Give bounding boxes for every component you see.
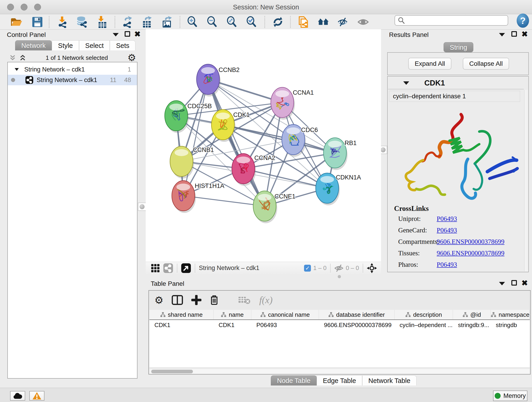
crosslink-link[interactable]: P06493 — [437, 226, 457, 234]
network-row-selected[interactable]: String Network – cdk1 11 48 — [8, 75, 137, 85]
table-panel-menu-icon[interactable] — [499, 282, 505, 285]
zoom-selected-icon[interactable] — [246, 16, 258, 28]
results-panel-menu-icon[interactable] — [499, 33, 505, 36]
crosshair-icon[interactable] — [367, 263, 377, 273]
tab-select[interactable]: Select — [79, 40, 110, 51]
gear-icon[interactable]: ⚙ — [127, 53, 136, 62]
zoom-fit-icon[interactable] — [226, 16, 238, 28]
collection-expand-icon[interactable] — [14, 67, 19, 71]
duplicate-network-icon[interactable] — [298, 16, 309, 28]
node-CCNA1[interactable] — [271, 87, 294, 118]
table-cell[interactable]: 9606.ENSP00000378699 — [319, 320, 394, 330]
collapse-all-button[interactable]: Collapse All — [463, 58, 509, 70]
table-horizontal-scrollbar[interactable] — [149, 369, 530, 374]
gene-collapse-icon[interactable] — [403, 81, 409, 85]
export-network-icon[interactable] — [121, 16, 133, 28]
network-graph[interactable]: CCNB2CCNA1CDC25BCDK1CDC6RB1CCNB1CCNA2CDK… — [146, 29, 381, 262]
table-row[interactable]: CDK1CDK1P064939606.ENSP00000378699cyclin… — [149, 320, 530, 330]
delete-column-trash-icon[interactable] — [210, 295, 219, 305]
houses-icon[interactable] — [317, 16, 329, 28]
control-panel-menu-icon[interactable] — [113, 33, 119, 36]
crosslink-link[interactable]: P06493 — [437, 261, 457, 268]
table-settings-gear-icon[interactable]: ⚙ — [154, 294, 163, 306]
birdseye-view-icon[interactable] — [181, 263, 191, 273]
show-columns-icon[interactable] — [172, 295, 183, 305]
delete-table-icon[interactable] — [238, 295, 251, 305]
column-header-shared-name[interactable]: shared name — [149, 310, 214, 319]
add-column-plus-icon[interactable] — [191, 295, 201, 305]
network-collection-row[interactable]: String Network – cdk1 1 — [8, 64, 137, 75]
node-CCNB1[interactable] — [170, 146, 193, 177]
save-session-icon[interactable] — [32, 16, 43, 28]
control-panel-close-icon[interactable]: ✖ — [134, 31, 141, 37]
tab-string[interactable]: String — [443, 42, 473, 52]
table-cell[interactable]: stringdb — [491, 320, 530, 330]
node-CDC25B[interactable] — [165, 101, 188, 131]
memory-button[interactable]: Memory — [493, 390, 527, 401]
gene-header[interactable]: CDK1 — [388, 77, 524, 89]
column-header-description[interactable]: description — [394, 310, 453, 319]
search-input[interactable] — [407, 17, 504, 24]
table-cell[interactable]: stringdb:9... — [453, 320, 491, 330]
import-network-icon[interactable] — [56, 16, 68, 28]
table-panel-close-icon[interactable]: ✖ — [521, 280, 528, 286]
share-view-icon[interactable] — [163, 263, 173, 273]
import-table-icon[interactable] — [96, 16, 108, 28]
node-HIST1H1A[interactable] — [172, 181, 195, 211]
node-CDKN1A[interactable] — [316, 173, 339, 203]
open-session-icon[interactable] — [11, 16, 22, 28]
expand-all-chevron-icon[interactable] — [19, 54, 26, 61]
left-splitter-handle[interactable] — [138, 203, 146, 211]
zoom-in-icon[interactable] — [187, 16, 198, 28]
network-canvas[interactable]: CCNB2CCNA1CDC25BCDK1CDC6RB1CCNB1CCNA2CDK… — [146, 29, 381, 262]
tab-node-table[interactable]: Node Table — [271, 375, 317, 385]
node-CCNA2[interactable] — [232, 153, 255, 184]
results-panel-float-icon[interactable] — [511, 31, 517, 37]
show-all-eye-icon[interactable] — [357, 16, 369, 28]
horizontal-splitter-handle[interactable] — [338, 275, 341, 278]
refresh-icon[interactable] — [272, 16, 284, 28]
node-CCNE1[interactable] — [253, 191, 276, 221]
warnings-button[interactable] — [29, 391, 44, 401]
table-cell[interactable]: cyclin–dependent ... — [394, 320, 453, 330]
tab-network-table[interactable]: Network Table — [362, 375, 417, 385]
tab-network[interactable]: Network — [15, 40, 52, 51]
table-cell[interactable]: P06493 — [251, 320, 319, 330]
collapse-all-chevron-icon[interactable] — [9, 54, 16, 61]
import-network-from-database-icon[interactable] — [76, 16, 88, 28]
hide-selected-eye-slash-icon[interactable] — [337, 16, 349, 28]
function-builder-icon[interactable]: f(x) — [259, 294, 272, 306]
crosslink-link[interactable]: 9606.ENSP00000378699 — [437, 238, 505, 245]
crosslink-link[interactable]: P06493 — [437, 215, 457, 223]
cloud-button[interactable] — [10, 391, 25, 401]
table-cell[interactable]: CDK1 — [149, 320, 214, 330]
edge-CCNA2-CDKN1A[interactable] — [243, 169, 327, 188]
selected-checkbox-icon[interactable]: ✓ — [304, 265, 311, 272]
export-image-icon[interactable] — [161, 16, 173, 28]
hidden-eye-slash-icon[interactable] — [334, 264, 343, 272]
scrollbar-thumb[interactable] — [151, 370, 193, 373]
results-scrollbar[interactable] — [524, 90, 528, 271]
column-header-namespace[interactable]: namespace — [491, 310, 530, 319]
control-panel-float-icon[interactable] — [125, 31, 130, 37]
help-button[interactable]: ? — [517, 13, 529, 28]
tab-style[interactable]: Style — [52, 40, 79, 51]
node-table[interactable]: shared namenamecanonical namedatabase id… — [149, 310, 530, 367]
node-CDK1[interactable] — [211, 109, 234, 140]
node-RB1[interactable] — [323, 138, 346, 168]
tab-sets[interactable]: Sets — [110, 40, 135, 51]
table-cell[interactable]: CDK1 — [214, 320, 251, 330]
crosslink-link[interactable]: 9606.ENSP00000378699 — [437, 249, 505, 257]
column-header-database-identifier[interactable]: database identifier — [319, 310, 394, 319]
results-panel-close-icon[interactable]: ✖ — [521, 31, 528, 37]
column-header-canonical-name[interactable]: canonical name — [251, 310, 319, 319]
table-panel-float-icon[interactable] — [511, 280, 517, 286]
column-header-@id[interactable]: @id — [453, 310, 491, 319]
node-CCNB2[interactable] — [196, 64, 220, 95]
expand-all-button[interactable]: Expand All — [408, 58, 451, 70]
column-header-name[interactable]: name — [214, 310, 251, 319]
zoom-out-icon[interactable] — [207, 16, 218, 28]
search-box[interactable] — [394, 15, 508, 26]
tab-edge-table[interactable]: Edge Table — [317, 375, 362, 385]
export-table-icon[interactable] — [141, 16, 153, 28]
